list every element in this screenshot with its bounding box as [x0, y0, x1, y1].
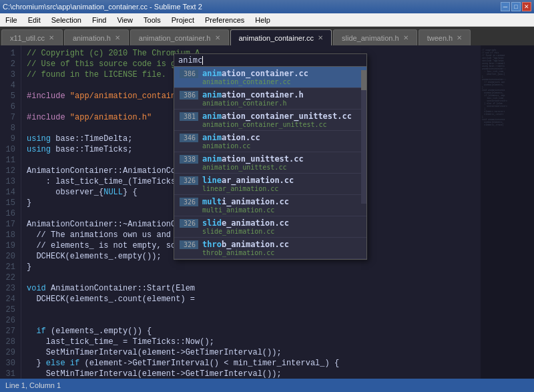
line-number: 3 — [3, 69, 15, 80]
line-number: 1 — [3, 48, 15, 59]
menu-find[interactable]: Find — [87, 13, 111, 26]
line-number: 22 — [3, 272, 15, 283]
line-number: 7 — [3, 112, 15, 123]
tab-animation-container-cc[interactable]: animation_container.cc ✕ — [230, 29, 332, 45]
ac-item-main: animation_container_unittest.cc — [202, 112, 352, 121]
autocomplete-item[interactable]: 386 animation_container.h animation_cont… — [174, 88, 366, 110]
autocomplete-input[interactable]: animc — [174, 54, 366, 67]
autocomplete-item[interactable]: 346 animation.cc animation.cc — [174, 131, 366, 152]
menu-edit[interactable]: Edit — [23, 13, 46, 26]
ac-item-main: animation_container.h — [202, 90, 304, 100]
tab-close-icon[interactable]: ✕ — [403, 34, 409, 41]
code-line: void AnimationContainer::Start(Elem — [27, 283, 475, 294]
ac-item-main: animation_unittest.cc — [202, 154, 304, 164]
scrollbar-thumb[interactable] — [361, 70, 366, 90]
code-line: DCHECK(elements_.count(element) = — [27, 294, 475, 305]
tab-animation-container-h[interactable]: animation_container.h ✕ — [130, 29, 229, 45]
titlebar: C:\chromium\src\app\animation_container.… — [0, 0, 534, 13]
ac-score-badge: 326 — [180, 240, 198, 249]
ac-item-sub: animation_container.cc — [202, 78, 361, 85]
code-line: if (elements_.empty()) { — [27, 326, 475, 337]
code-line: last_tick_time_ = TimeTicks::Now(); — [27, 337, 475, 347]
menu-file[interactable]: File — [0, 13, 23, 26]
ac-item-main: linear_animation.cc — [202, 176, 294, 185]
tab-animation-h[interactable]: animation.h ✕ — [64, 29, 129, 45]
autocomplete-item[interactable]: 338 animation_unittest.cc animation_unit… — [174, 152, 366, 174]
cursor-position: Line 1, Column 1 — [5, 381, 61, 389]
cursor-icon — [202, 56, 203, 65]
tab-slide-animation-h[interactable]: slide_animation.h ✕ — [333, 29, 417, 45]
line-number: 6 — [3, 102, 15, 112]
autocomplete-dropdown[interactable]: animc 386 animation_container.cc animati… — [174, 53, 367, 260]
ac-item-sub: multi_animation.cc — [202, 206, 361, 214]
tab-close-icon[interactable]: ✕ — [318, 34, 323, 41]
tab-close-icon[interactable]: ✕ — [115, 34, 120, 41]
ac-score-badge: 326 — [180, 198, 198, 206]
autocomplete-item[interactable]: 326 multi_animation.cc multi_animation.c… — [174, 195, 366, 216]
menu-project[interactable]: Project — [166, 13, 200, 26]
line-number: 20 — [3, 251, 15, 262]
ac-item-sub: animation_container.h — [202, 100, 361, 107]
line-number: 29 — [3, 347, 15, 358]
autocomplete-item[interactable]: 326 linear_animation.cc linear_animation… — [174, 174, 366, 195]
code-line — [27, 305, 475, 315]
menu-preferences[interactable]: Preferences — [200, 13, 250, 26]
line-number: 5 — [3, 91, 15, 102]
tab-close-icon[interactable]: ✕ — [215, 34, 220, 41]
line-number: 16 — [3, 208, 15, 219]
menu-selection[interactable]: Selection — [46, 13, 87, 26]
minimap-content: // Copyright // Use of this // found in … — [481, 45, 534, 131]
line-number: 17 — [3, 219, 15, 230]
editor-area: 1234567891011121314151617181920212223242… — [0, 45, 534, 379]
menubar: File Edit Selection Find View Tools Proj… — [0, 13, 534, 27]
menu-view[interactable]: View — [111, 13, 138, 26]
code-line: SetMinTimerInterval(element->GetTimerInt… — [27, 347, 475, 358]
code-line — [27, 272, 475, 283]
menu-tools[interactable]: Tools — [138, 13, 166, 26]
ac-item-main: multi_animation.cc — [202, 197, 289, 206]
line-number: 19 — [3, 240, 15, 251]
line-number: 21 — [3, 262, 15, 272]
close-button[interactable]: ✕ — [522, 2, 531, 11]
ac-score-badge: 381 — [180, 112, 198, 121]
autocomplete-scrollbar[interactable] — [361, 70, 366, 204]
line-number: 15 — [3, 198, 15, 208]
line-number: 26 — [3, 315, 15, 326]
code-line — [27, 315, 475, 326]
ac-score-badge: 326 — [180, 176, 198, 185]
line-number: 28 — [3, 337, 15, 347]
code-line: } else if (element->GetTimerInterval() <… — [27, 358, 475, 369]
tab-close-icon[interactable]: ✕ — [457, 34, 462, 41]
line-number: 23 — [3, 283, 15, 294]
line-number: 8 — [3, 123, 15, 134]
ac-score-badge: 386 — [180, 91, 198, 100]
code-line: SetMinTimerInterval(element->GetTimerInt… — [27, 369, 475, 379]
ac-item-sub: animation_container_unittest.cc — [202, 121, 361, 128]
tab-close-icon[interactable]: ✕ — [49, 34, 54, 41]
titlebar-controls: ─ □ ✕ — [501, 2, 531, 11]
minimize-button[interactable]: ─ — [501, 2, 510, 11]
autocomplete-item[interactable]: 381 animation_container_unittest.cc anim… — [174, 110, 366, 131]
line-number: 12 — [3, 166, 15, 176]
line-number: 9 — [3, 134, 15, 144]
maximize-button[interactable]: □ — [511, 2, 521, 11]
autocomplete-item[interactable]: 326 slide_animation.cc slide_animation.c… — [174, 216, 366, 238]
line-number: 4 — [3, 80, 15, 91]
statusbar: Line 1, Column 1 — [0, 379, 534, 392]
menu-help[interactable]: Help — [250, 13, 276, 26]
code-line: } — [27, 262, 475, 272]
ac-item-sub: animation.cc — [202, 142, 361, 150]
ac-item-main: animation_container.cc — [202, 69, 308, 78]
autocomplete-item[interactable]: 386 animation_container.cc animation_con… — [174, 67, 366, 88]
autocomplete-item[interactable]: 326 throb_animation.cc throb_animation.c… — [174, 238, 366, 259]
line-numbers: 1234567891011121314151617181920212223242… — [0, 45, 21, 379]
ac-score-badge: 346 — [180, 134, 198, 142]
tab-x11-util[interactable]: x11_util.cc ✕ — [1, 29, 63, 45]
titlebar-title: C:\chromium\src\app\animation_container.… — [3, 3, 202, 11]
ac-item-sub: slide_animation.cc — [202, 228, 361, 235]
ac-item-main: slide_animation.cc — [202, 218, 289, 228]
tab-tween-h[interactable]: tween.h ✕ — [419, 29, 471, 45]
ac-score-badge: 386 — [180, 69, 198, 78]
tab-bar: x11_util.cc ✕ animation.h ✕ animation_co… — [0, 27, 534, 45]
line-number: 14 — [3, 187, 15, 198]
